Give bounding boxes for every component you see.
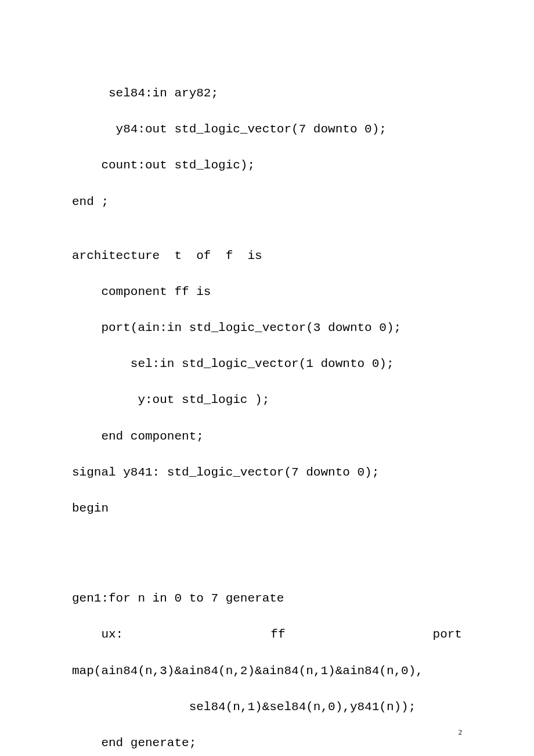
code-line: end ; xyxy=(72,193,462,211)
code-line: port(ain:in std_logic_vector(3 downto 0)… xyxy=(72,319,462,337)
code-line: y:out std_logic ); xyxy=(72,391,462,409)
code-line: begin xyxy=(72,499,462,517)
code-line: architecture t of f is xyxy=(72,247,462,265)
code-line-justified: ux:ffport xyxy=(72,625,462,643)
code-line: sel:in std_logic_vector(1 downto 0); xyxy=(72,355,462,373)
code-line: gen1:for n in 0 to 7 generate xyxy=(72,589,462,607)
document-page: sel84:in ary82; y84:out std_logic_vector… xyxy=(0,0,534,756)
code-line: signal y841: std_logic_vector(7 downto 0… xyxy=(72,463,462,481)
page-number: 2 xyxy=(459,726,463,737)
code-line: y84:out std_logic_vector(7 downto 0); xyxy=(72,120,462,138)
code-line: end component; xyxy=(72,427,462,445)
code-line: sel84(n,1)&sel84(n,0),y841(n)); xyxy=(72,698,462,716)
code-block: sel84:in ary82; y84:out std_logic_vector… xyxy=(72,66,462,756)
code-line: sel84:in ary82; xyxy=(72,84,462,102)
code-line: component ff is xyxy=(72,283,462,301)
justify-part: ux: xyxy=(72,625,123,643)
justify-part: ff xyxy=(270,625,285,643)
code-line: count:out std_logic); xyxy=(72,156,462,174)
code-line: end generate; xyxy=(72,734,462,752)
justify-part: port xyxy=(433,625,462,643)
code-line: map(ain84(n,3)&ain84(n,2)&ain84(n,1)&ain… xyxy=(72,662,462,680)
